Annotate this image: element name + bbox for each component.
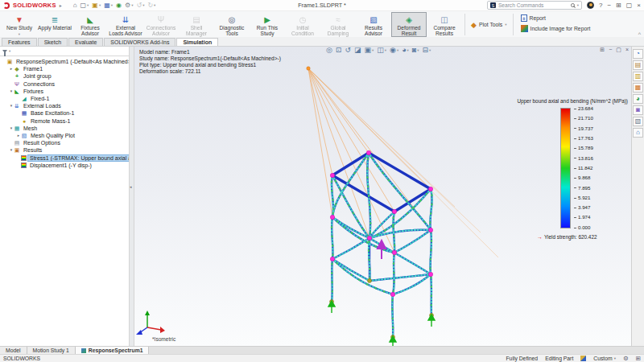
doc-tab-model[interactable]: Model [0,347,27,354]
status-app-label: SOLIDWORKS [3,356,40,361]
unit-system-selector[interactable]: Custom ▾ [593,356,616,361]
menu-expand-arrow[interactable]: ▸ [60,2,62,8]
design-library-icon[interactable]: ▤ [633,60,643,70]
graphics-viewport[interactable]: Model name: Frame1Study name: ResponseSp… [134,47,631,346]
fixtures-advisor-button[interactable]: Fixtures Advisor ▾ [72,12,108,37]
status-display-icon[interactable]: ⊞ [636,356,641,362]
tab-simulation[interactable]: Simulation [176,38,218,46]
search-icon[interactable] [571,3,575,7]
ribbon-button-icon [332,14,345,25]
appearances-icon[interactable]: ◕ [633,94,643,104]
section-view-icon[interactable]: ◪▾ [354,47,361,54]
external-loads-advisor-button[interactable]: External Loads Advisor ▾ [108,12,143,37]
window-layout-button[interactable]: ⊞ [616,2,621,9]
unit-dropdown-icon[interactable]: ▾ [614,356,616,360]
ribbon-collapse-button[interactable] [638,31,641,37]
tree-item-mesh[interactable]: ▾ Mesh [9,125,129,132]
display-style-icon[interactable]: ◫▾ [377,47,386,54]
search-dropdown-icon[interactable]: ▾ [577,3,579,7]
tree-item-study-root[interactable]: ResponseSpectrum1 (-Default<As Machined>… [2,58,129,65]
previous-view-icon[interactable]: ↺▾ [345,47,351,54]
global-damping-button[interactable]: Global Damping ▾ [320,12,356,37]
new-document-icon[interactable]: ▢▾ [80,2,89,9]
ribbon-button-icon [85,14,97,25]
tab-solidworks-add-ins[interactable]: SOLIDWORKS Add-Ins [104,38,175,46]
filter-dropdown-icon[interactable]: ▾ [9,49,10,53]
rebuild-icon[interactable]: ◉▾ [116,2,122,9]
remote-mass-point[interactable] [307,67,310,70]
view-orientation-icon[interactable]: ▣▾ [364,47,374,54]
solidworks-resources-icon[interactable]: ◔ [633,49,643,59]
plot-tools-dropdown-icon[interactable]: ▾ [505,23,506,27]
redo-icon[interactable]: ↻▾ [147,2,155,9]
minimize-button[interactable]: − [607,2,611,9]
connections-advisor-button[interactable]: Connections Advisor ▾ [143,12,179,37]
include-image-for-report-button[interactable]: Include Image for Report [521,25,591,32]
help-button[interactable]: ? [599,2,602,9]
run-this-study-button[interactable]: Run This Study ▾ [250,12,285,37]
compare-results-button[interactable]: Compare Results ▾ [427,12,462,37]
tree-filter-bar[interactable]: ▾ [0,47,129,56]
tree-item-base-excitation[interactable]: Base Excitation-1 [16,109,129,117]
deformed-result-button[interactable]: Deformed Result ▾ [391,12,427,37]
new-study-button[interactable]: New Study ▾ [2,12,37,37]
tree-item-external-loads[interactable]: ▾ External Loads [9,102,129,109]
apply-material-button[interactable]: Apply Material ▾ [37,12,72,37]
viewport-minimize-button[interactable]: − [609,47,612,53]
viewport-close-button[interactable]: × [625,47,629,53]
tab-evaluate[interactable]: Evaluate [68,38,103,46]
viewport-layout-button[interactable]: ⊞ [600,47,605,53]
doc-tab-response-spectrum[interactable]: ResponseSpectrum1 [76,347,150,354]
fixture-arrows[interactable] [328,301,435,346]
viewport-restore-button[interactable]: ▢ [616,47,621,53]
foot-nodes[interactable] [330,279,434,339]
tree-item-result-options[interactable]: Result Options [9,139,129,146]
custom-properties-icon[interactable]: ▧ [633,117,643,126]
remote-mass-connectors-far[interactable] [308,68,498,257]
tab-sketch[interactable]: Sketch [38,38,68,46]
tree-item-fixtures[interactable]: ▾ Fixtures [9,88,129,95]
file-explorer-icon[interactable]: ▥ [633,72,643,81]
options-icon[interactable]: ⚙▾ [125,2,133,9]
panel-collapse-icon[interactable]: ◂ [130,184,132,189]
tree-item-frame1[interactable]: ▸ Frame1 [9,65,129,72]
doc-tab-motion-study[interactable]: Motion Study 1 [27,347,76,354]
heads-up-view-toolbar: ◎▾⊡▾↺▾◪▾▣▾◫▾◉▾◕▾◙▾⊟▾ [326,47,431,54]
forum-icon[interactable]: ⌂ [633,128,643,138]
view-palette-icon[interactable]: ▦ [633,83,643,93]
user-avatar[interactable] [587,2,594,9]
zoom-to-area-icon[interactable]: ⊡▾ [336,47,342,54]
zoom-to-fit-icon[interactable]: ◎▾ [326,47,332,54]
tab-features[interactable]: Features [2,38,37,46]
tree-item-remote-mass[interactable]: Remote Mass-1 [16,117,129,125]
tree-item-stress1[interactable]: Stress1 (-STRMAX: Upper bound axial and … [16,154,129,161]
hide-show-items-icon[interactable]: ◉▾ [390,47,398,54]
view-settings-icon[interactable]: ⊟▾ [423,47,431,54]
close-button[interactable]: × [637,2,641,9]
diagnostic-tools-button[interactable]: Diagnostic Tools ▾ [214,12,250,37]
tree-item-joint-group[interactable]: Joint group [9,72,129,80]
tree-item-fixed1[interactable]: Fixed-1 [16,95,129,102]
report-button[interactable]: ≣ Report [521,14,591,22]
initial-condition-button[interactable]: Initial Condition ▾ [285,12,320,37]
undo-icon[interactable]: ↺▾ [136,2,144,9]
tree-item-mesh-quality-plot[interactable]: ▸ Mesh Quality Plot [16,132,129,139]
tree-item-displacement1[interactable]: Displacement1 (-Y disp-) [16,162,129,169]
scene-icon[interactable]: ◙ [633,105,643,115]
tree-item-label: Results [22,147,43,153]
tree-item-connections[interactable]: Connections [9,80,129,88]
tree-item-results[interactable]: ▾ Results [9,146,129,154]
shell-manager-button[interactable]: Shell Manager ▾ [179,12,214,37]
plot-tools-button[interactable]: ◆ Plot Tools ▾ [468,12,510,37]
search-commands-box[interactable]: S Search Commands ▾ [487,1,582,10]
results-advisor-button[interactable]: Results Advisor ▾ [356,12,391,37]
status-options-icon[interactable]: ⚙ [623,356,629,362]
save-icon[interactable]: ▦▾ [104,2,113,9]
legend-tick-value: 13.816 [574,156,593,161]
edit-appearance-icon[interactable]: ◕▾ [402,47,409,54]
restore-button[interactable]: ▢ [626,2,633,9]
open-document-icon[interactable]: ▣▾ [92,2,101,9]
apply-scene-icon[interactable]: ◙▾ [412,47,419,54]
home-icon[interactable]: ⌂▾ [73,2,77,9]
stress-legend: Upper bound axial and bending (N/mm^2 (M… [506,98,629,240]
